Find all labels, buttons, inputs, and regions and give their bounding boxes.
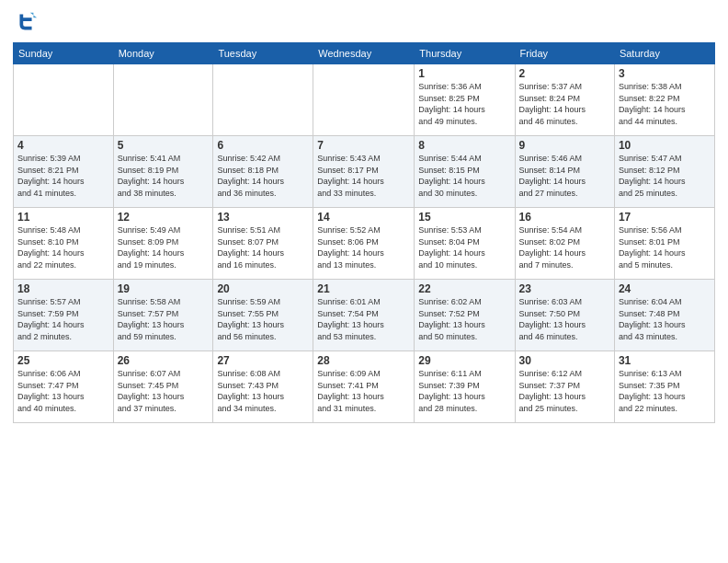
day-number: 16: [519, 211, 610, 224]
day-info: Sunrise: 5:37 AM Sunset: 8:24 PM Dayligh…: [519, 81, 610, 127]
day-info: Sunrise: 5:54 AM Sunset: 8:02 PM Dayligh…: [519, 224, 610, 270]
day-info: Sunrise: 5:44 AM Sunset: 8:15 PM Dayligh…: [418, 153, 510, 199]
day-number: 10: [619, 139, 711, 152]
day-number: 2: [519, 67, 610, 80]
day-info: Sunrise: 6:08 AM Sunset: 7:43 PM Dayligh…: [217, 368, 309, 414]
header: [13, 9, 715, 35]
logo-icon: [13, 9, 39, 35]
calendar-cell: 22Sunrise: 6:02 AM Sunset: 7:52 PM Dayli…: [415, 280, 515, 351]
header-day-thursday: Thursday: [415, 43, 515, 64]
week-row-4: 18Sunrise: 5:57 AM Sunset: 7:59 PM Dayli…: [14, 280, 715, 351]
day-info: Sunrise: 5:38 AM Sunset: 8:22 PM Dayligh…: [619, 81, 711, 127]
day-info: Sunrise: 5:39 AM Sunset: 8:21 PM Dayligh…: [17, 153, 109, 199]
day-number: 17: [619, 211, 711, 224]
calendar-cell: 21Sunrise: 6:01 AM Sunset: 7:54 PM Dayli…: [313, 280, 415, 351]
day-number: 9: [519, 139, 610, 152]
day-info: Sunrise: 5:43 AM Sunset: 8:17 PM Dayligh…: [317, 153, 410, 199]
day-number: 31: [619, 354, 711, 367]
week-row-5: 25Sunrise: 6:06 AM Sunset: 7:47 PM Dayli…: [14, 351, 715, 423]
day-info: Sunrise: 6:02 AM Sunset: 7:52 PM Dayligh…: [418, 296, 510, 342]
week-row-2: 4Sunrise: 5:39 AM Sunset: 8:21 PM Daylig…: [14, 136, 715, 208]
day-info: Sunrise: 5:42 AM Sunset: 8:18 PM Dayligh…: [217, 153, 309, 199]
day-info: Sunrise: 6:11 AM Sunset: 7:39 PM Dayligh…: [418, 368, 510, 414]
calendar-header: SundayMondayTuesdayWednesdayThursdayFrid…: [14, 43, 715, 64]
calendar-cell: 10Sunrise: 5:47 AM Sunset: 8:12 PM Dayli…: [614, 136, 714, 208]
day-number: 15: [418, 211, 510, 224]
day-number: 1: [418, 67, 510, 80]
calendar-cell: [213, 64, 313, 136]
header-row: SundayMondayTuesdayWednesdayThursdayFrid…: [14, 43, 715, 64]
day-info: Sunrise: 6:01 AM Sunset: 7:54 PM Dayligh…: [317, 296, 410, 342]
day-number: 11: [17, 211, 109, 224]
day-info: Sunrise: 6:12 AM Sunset: 7:37 PM Dayligh…: [519, 368, 610, 414]
calendar-cell: 12Sunrise: 5:49 AM Sunset: 8:09 PM Dayli…: [113, 208, 213, 280]
day-number: 24: [619, 282, 711, 295]
page-container: SundayMondayTuesdayWednesdayThursdayFrid…: [0, 0, 728, 563]
calendar-cell: 23Sunrise: 6:03 AM Sunset: 7:50 PM Dayli…: [515, 280, 614, 351]
calendar-cell: 11Sunrise: 5:48 AM Sunset: 8:10 PM Dayli…: [14, 208, 114, 280]
day-info: Sunrise: 6:09 AM Sunset: 7:41 PM Dayligh…: [317, 368, 410, 414]
day-info: Sunrise: 5:48 AM Sunset: 8:10 PM Dayligh…: [17, 224, 109, 270]
calendar-cell: 1Sunrise: 5:36 AM Sunset: 8:25 PM Daylig…: [415, 64, 515, 136]
calendar-body: 1Sunrise: 5:36 AM Sunset: 8:25 PM Daylig…: [14, 64, 715, 423]
day-number: 27: [217, 354, 309, 367]
logo: [13, 9, 42, 35]
day-number: 12: [118, 211, 210, 224]
day-info: Sunrise: 5:47 AM Sunset: 8:12 PM Dayligh…: [619, 153, 711, 199]
day-info: Sunrise: 6:06 AM Sunset: 7:47 PM Dayligh…: [17, 368, 109, 414]
calendar-cell: 25Sunrise: 6:06 AM Sunset: 7:47 PM Dayli…: [14, 351, 114, 423]
calendar-cell: 30Sunrise: 6:12 AM Sunset: 7:37 PM Dayli…: [515, 351, 614, 423]
day-info: Sunrise: 5:49 AM Sunset: 8:09 PM Dayligh…: [118, 224, 210, 270]
day-info: Sunrise: 6:04 AM Sunset: 7:48 PM Dayligh…: [619, 296, 711, 342]
calendar-cell: 15Sunrise: 5:53 AM Sunset: 8:04 PM Dayli…: [415, 208, 515, 280]
day-number: 5: [118, 139, 210, 152]
day-info: Sunrise: 5:52 AM Sunset: 8:06 PM Dayligh…: [317, 224, 410, 270]
header-day-monday: Monday: [113, 43, 213, 64]
week-row-3: 11Sunrise: 5:48 AM Sunset: 8:10 PM Dayli…: [14, 208, 715, 280]
day-number: 7: [317, 139, 410, 152]
day-number: 19: [118, 282, 210, 295]
header-day-wednesday: Wednesday: [313, 43, 415, 64]
day-number: 28: [317, 354, 410, 367]
day-number: 8: [418, 139, 510, 152]
header-day-friday: Friday: [515, 43, 614, 64]
header-day-sunday: Sunday: [14, 43, 114, 64]
calendar-cell: [313, 64, 415, 136]
day-info: Sunrise: 6:07 AM Sunset: 7:45 PM Dayligh…: [118, 368, 210, 414]
day-number: 18: [17, 282, 109, 295]
day-number: 21: [317, 282, 410, 295]
day-info: Sunrise: 5:36 AM Sunset: 8:25 PM Dayligh…: [418, 81, 510, 127]
calendar-cell: 31Sunrise: 6:13 AM Sunset: 7:35 PM Dayli…: [614, 351, 714, 423]
day-info: Sunrise: 5:57 AM Sunset: 7:59 PM Dayligh…: [17, 296, 109, 342]
day-number: 29: [418, 354, 510, 367]
day-number: 30: [519, 354, 610, 367]
calendar-cell: 14Sunrise: 5:52 AM Sunset: 8:06 PM Dayli…: [313, 208, 415, 280]
day-info: Sunrise: 6:13 AM Sunset: 7:35 PM Dayligh…: [619, 368, 711, 414]
calendar-cell: 5Sunrise: 5:41 AM Sunset: 8:19 PM Daylig…: [113, 136, 213, 208]
day-info: Sunrise: 5:53 AM Sunset: 8:04 PM Dayligh…: [418, 224, 510, 270]
day-number: 26: [118, 354, 210, 367]
calendar-cell: [14, 64, 114, 136]
day-number: 23: [519, 282, 610, 295]
day-number: 4: [17, 139, 109, 152]
calendar-cell: 7Sunrise: 5:43 AM Sunset: 8:17 PM Daylig…: [313, 136, 415, 208]
day-number: 14: [317, 211, 410, 224]
calendar-cell: [113, 64, 213, 136]
day-info: Sunrise: 5:51 AM Sunset: 8:07 PM Dayligh…: [217, 224, 309, 270]
day-number: 25: [17, 354, 109, 367]
day-number: 22: [418, 282, 510, 295]
day-number: 13: [217, 211, 309, 224]
calendar-cell: 19Sunrise: 5:58 AM Sunset: 7:57 PM Dayli…: [113, 280, 213, 351]
calendar-cell: 6Sunrise: 5:42 AM Sunset: 8:18 PM Daylig…: [213, 136, 313, 208]
calendar-cell: 28Sunrise: 6:09 AM Sunset: 7:41 PM Dayli…: [313, 351, 415, 423]
day-number: 20: [217, 282, 309, 295]
day-info: Sunrise: 5:41 AM Sunset: 8:19 PM Dayligh…: [118, 153, 210, 199]
day-info: Sunrise: 5:59 AM Sunset: 7:55 PM Dayligh…: [217, 296, 309, 342]
calendar-cell: 9Sunrise: 5:46 AM Sunset: 8:14 PM Daylig…: [515, 136, 614, 208]
week-row-1: 1Sunrise: 5:36 AM Sunset: 8:25 PM Daylig…: [14, 64, 715, 136]
calendar-cell: 8Sunrise: 5:44 AM Sunset: 8:15 PM Daylig…: [415, 136, 515, 208]
calendar-cell: 16Sunrise: 5:54 AM Sunset: 8:02 PM Dayli…: [515, 208, 614, 280]
calendar-cell: 18Sunrise: 5:57 AM Sunset: 7:59 PM Dayli…: [14, 280, 114, 351]
calendar-cell: 26Sunrise: 6:07 AM Sunset: 7:45 PM Dayli…: [113, 351, 213, 423]
calendar-cell: 17Sunrise: 5:56 AM Sunset: 8:01 PM Dayli…: [614, 208, 714, 280]
